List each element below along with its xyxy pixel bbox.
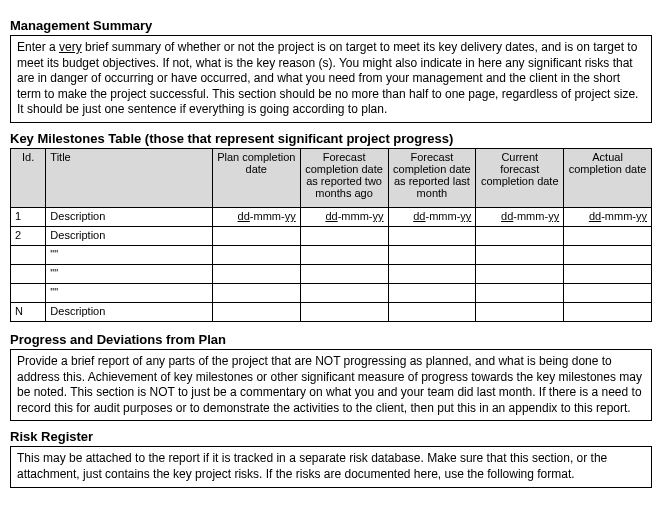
cell-date [564,245,652,264]
cell-date [300,302,388,321]
cell-date [212,226,300,245]
risk-title: Risk Register [10,429,652,444]
cell-date: dd-mmm-yy [564,207,652,226]
cell-date [300,226,388,245]
mgmt-text-underlined: very [59,40,82,54]
cell-id: 1 [11,207,46,226]
cell-date [388,245,476,264]
cell-id: N [11,302,46,321]
cell-id [11,264,46,283]
col-forecast-1mo: Forecast completion date as reported las… [388,148,476,207]
table-row: NDescription [11,302,652,321]
mgmt-summary-title: Management Summary [10,18,652,33]
cell-id: 2 [11,226,46,245]
cell-date [476,226,564,245]
progress-box: Provide a brief report of any parts of t… [10,349,652,421]
progress-title: Progress and Deviations from Plan [10,332,652,347]
col-current-forecast: Current forecast completion date [476,148,564,207]
cell-date [564,302,652,321]
cell-date [388,226,476,245]
cell-date [388,264,476,283]
cell-date [564,283,652,302]
cell-title: "" [46,283,213,302]
cell-date [388,302,476,321]
cell-date [476,264,564,283]
cell-title: "" [46,264,213,283]
table-row: "" [11,245,652,264]
cell-date [476,302,564,321]
cell-date [300,264,388,283]
risk-text: This may be attached to the report if it… [17,451,607,481]
cell-date [388,283,476,302]
cell-date [476,245,564,264]
mgmt-text-pre: Enter a [17,40,59,54]
cell-date [212,264,300,283]
cell-date [476,283,564,302]
cell-date [212,245,300,264]
milestones-table: Id. Title Plan completion date Forecast … [10,148,652,322]
col-plan: Plan completion date [212,148,300,207]
table-row: "" [11,264,652,283]
cell-id [11,245,46,264]
cell-date: dd-mmm-yy [388,207,476,226]
cell-date [212,302,300,321]
mgmt-summary-box: Enter a very brief summary of whether or… [10,35,652,123]
mgmt-text-post: brief summary of whether or not the proj… [17,40,638,116]
cell-date [212,283,300,302]
cell-title: Description [46,207,213,226]
col-actual: Actual completion date [564,148,652,207]
cell-date [564,226,652,245]
cell-id [11,283,46,302]
cell-title: Description [46,226,213,245]
table-row: 1Descriptiondd-mmm-yydd-mmm-yydd-mmm-yyd… [11,207,652,226]
cell-date: dd-mmm-yy [212,207,300,226]
milestones-title: Key Milestones Table (those that represe… [10,131,652,146]
cell-title: "" [46,245,213,264]
table-row: "" [11,283,652,302]
table-row: 2Description [11,226,652,245]
col-title: Title [46,148,213,207]
cell-date [300,245,388,264]
cell-date [300,283,388,302]
cell-title: Description [46,302,213,321]
table-header-row: Id. Title Plan completion date Forecast … [11,148,652,207]
risk-box: This may be attached to the report if it… [10,446,652,487]
col-forecast-2mo: Forecast completion date as reported two… [300,148,388,207]
cell-date: dd-mmm-yy [300,207,388,226]
col-id: Id. [11,148,46,207]
cell-date: dd-mmm-yy [476,207,564,226]
progress-text: Provide a brief report of any parts of t… [17,354,642,415]
cell-date [564,264,652,283]
